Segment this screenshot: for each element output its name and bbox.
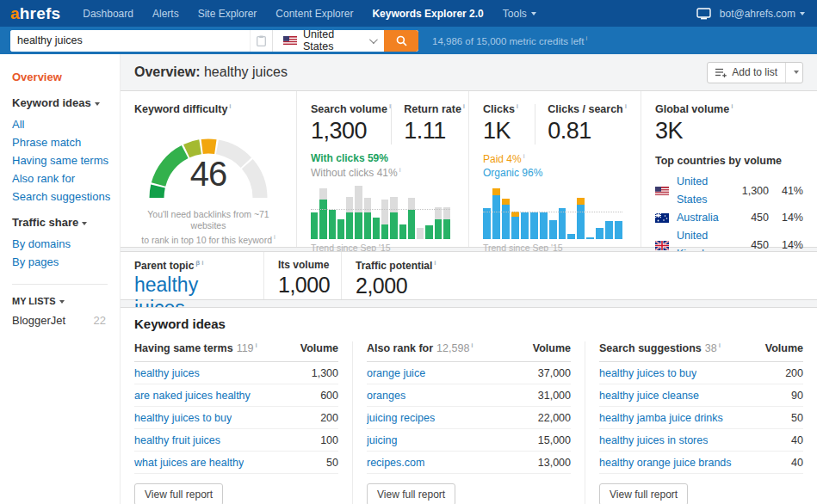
average-dotted-line (483, 212, 622, 212)
global-volume-value: 3K (655, 118, 803, 144)
nav-item-dashboard[interactable]: Dashboard (83, 8, 133, 20)
app-window: ahrefs Dashboard Alerts Site Explorer Co… (0, 0, 817, 504)
table-row: oranges31,000 (367, 384, 571, 407)
flag-uk-icon (655, 241, 669, 250)
flag-us-icon (283, 36, 297, 46)
keyword-link[interactable]: recipes.com (367, 457, 424, 469)
country-row: Australia 450 14% (655, 209, 803, 227)
keyword-difficulty-gauge: 46 (139, 122, 277, 206)
page-title: Overview: healthy juices (134, 65, 288, 80)
volume-column-header: Volume (765, 342, 803, 354)
metric-credits-status: 14,986 of 15,000 metric credits lefti (432, 34, 587, 46)
country-link[interactable]: Australia (677, 209, 731, 227)
chevron-down-icon (794, 71, 799, 74)
table-row: healthy juices to buy200 (134, 407, 338, 429)
sidebar: Overview Keyword ideas All Phrase match … (0, 54, 121, 504)
main-content: Overview: healthy juices Add to list Key… (121, 54, 817, 504)
clicks-per-search-value: 0.81 (548, 118, 627, 144)
keyword-link[interactable]: healthy juices (134, 367, 200, 379)
nav-item-alerts[interactable]: Alerts (152, 8, 179, 20)
sidebar-item-having-same-terms[interactable]: Having same terms (12, 151, 120, 169)
keyword-link[interactable]: are naked juices healthy (134, 390, 251, 402)
volume-column-header: Volume (533, 342, 571, 354)
sidebar-item-by-pages[interactable]: By pages (12, 253, 120, 271)
keyword-link[interactable]: healthy orange juice brands (599, 457, 732, 469)
keyword-link[interactable]: what juices are healthy (134, 457, 244, 469)
sidebar-item-also-rank-for[interactable]: Also rank for (12, 169, 120, 187)
ahrefs-logo[interactable]: ahrefs (10, 4, 60, 23)
return-rate-value: 1.11 (404, 118, 465, 144)
clicks-label: Clicksi (483, 102, 535, 115)
keyword-search-input[interactable] (10, 30, 250, 52)
keyword-link[interactable]: healthy fruit juices (134, 434, 220, 446)
keyword-link[interactable]: orange juice (367, 367, 425, 379)
account-menu[interactable]: bot@ahrefs.com (720, 8, 805, 20)
table-row: what juices are healthy50 (134, 452, 338, 474)
its-volume-value: 1,000 (278, 273, 327, 298)
flag-us-icon (655, 187, 669, 196)
nav-item-keywords-explorer[interactable]: Keywords Explorer 2.0 (372, 8, 483, 20)
overview-stats-card: Keyword difficultyi 46 You'll need backl… (121, 90, 817, 248)
add-to-list-dropdown[interactable] (785, 63, 802, 83)
sidebar-item-all[interactable]: All (12, 115, 120, 133)
keyword-link[interactable]: healthy jamba juice drinks (599, 412, 723, 424)
traffic-potential-value: 2,000 (356, 274, 449, 298)
sidebar-list-bloggerjet[interactable]: BloggerJet 22 (12, 314, 120, 327)
add-to-list-button[interactable]: Add to list (707, 62, 803, 83)
country-select[interactable]: United States (272, 30, 384, 52)
sidebar-item-overview[interactable]: Overview (12, 71, 120, 83)
search-volume-trend-chart (311, 186, 450, 239)
sidebar-item-search-suggestions[interactable]: Search suggestions (12, 187, 120, 206)
without-clicks-stat: Without clicks 41%i (311, 166, 455, 179)
sidebar-item-by-domains[interactable]: By domains (12, 235, 120, 253)
keyword-link[interactable]: healthy juices in stores (599, 434, 708, 446)
paid-clicks-stat: Paid 4%i (483, 152, 627, 165)
caret-down-icon (59, 300, 65, 304)
keyword-link[interactable]: healthy juices to buy (134, 412, 232, 424)
top-nav: ahrefs Dashboard Alerts Site Explorer Co… (0, 0, 817, 27)
parent-topic-label: Parent topicβi (134, 259, 250, 272)
sidebar-my-lists-header[interactable]: MY LISTS (12, 296, 120, 306)
paste-keywords-button[interactable] (250, 30, 272, 52)
country-link[interactable]: United States (677, 173, 731, 209)
table-row: healthy juices1,300 (134, 362, 338, 384)
search-volume-panel: Search volumei 1,300 Return ratei 1.11 W… (297, 91, 469, 247)
keyword-link[interactable]: juicing (367, 434, 397, 446)
nav-item-site-explorer[interactable]: Site Explorer (198, 8, 257, 20)
also-rank-for-table: Also rank for12,598i Volume orange juice… (353, 341, 585, 504)
view-full-report-button[interactable]: View full report (599, 483, 688, 504)
table-row: recipes.com13,000 (367, 452, 571, 474)
sidebar-item-phrase-match[interactable]: Phrase match (12, 133, 120, 151)
keyword-difficulty-label: Keyword difficultyi (134, 102, 282, 115)
search-volume-value: 1,300 (311, 118, 391, 144)
view-full-report-button[interactable]: View full report (367, 483, 455, 504)
desktop-app-icon[interactable] (696, 8, 711, 20)
search-volume-label: Search volumei (311, 102, 391, 115)
table-title: Also rank for12,598i (367, 341, 473, 354)
keyword-link[interactable]: healthy juices to buy (599, 367, 696, 379)
keyword-link[interactable]: oranges (367, 390, 405, 402)
keyword-link[interactable]: juicing recipes (367, 412, 435, 424)
return-rate-label: Return ratei (404, 102, 465, 115)
keyword-ideas-title: Keyword ideas (121, 317, 817, 331)
add-to-list-icon (715, 68, 727, 77)
keyword-link[interactable]: healthy juice cleanse (599, 390, 699, 402)
nav-item-tools[interactable]: Tools (503, 8, 536, 20)
table-row: healthy juices to buy200 (599, 362, 803, 384)
global-volume-label: Global volumei (655, 102, 803, 115)
sidebar-group-traffic-share[interactable]: Traffic share (12, 216, 120, 229)
table-row: orange juice37,000 (367, 362, 571, 384)
clicks-panel: Clicksi 1K Clicks / searchi 0.81 Paid 4%… (469, 91, 641, 247)
keyword-difficulty-value: 46 (139, 155, 277, 194)
table-row: healthy juice cleanse90 (599, 384, 803, 407)
search-button[interactable] (384, 30, 418, 52)
average-dotted-line (311, 209, 450, 210)
sidebar-group-keyword-ideas[interactable]: Keyword ideas (12, 96, 120, 109)
nav-item-content-explorer[interactable]: Content Explorer (275, 8, 353, 20)
global-volume-panel: Global volumei 3K Top countries by volum… (641, 91, 817, 247)
table-row: healthy fruit juices100 (134, 429, 338, 452)
table-title: Search suggestions38i (599, 341, 721, 354)
flag-au-icon (655, 213, 669, 223)
organic-clicks-stat: Organic 96% (483, 167, 627, 179)
view-full-report-button[interactable]: View full report (134, 483, 223, 504)
